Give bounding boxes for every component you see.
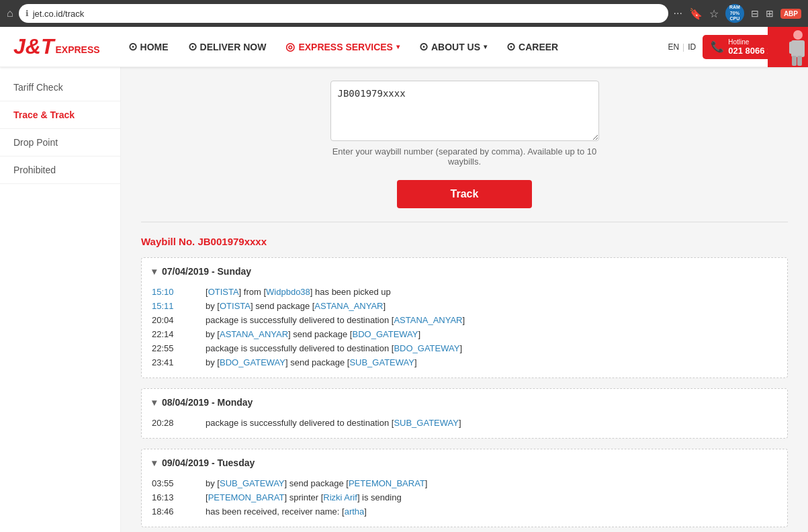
logo-jt: J&T xyxy=(13,34,54,59)
group-date-2: 08/04/2019 - Monday xyxy=(162,397,253,408)
group-date-1: 07/04/2019 - Sunday xyxy=(162,266,251,277)
table-row: 22:14 by [ASTANA_ANYAR] send package [BD… xyxy=(152,327,777,341)
table-row: 20:28 package is successfully delivered … xyxy=(152,416,777,430)
nav-about[interactable]: ⊙ ABOUT US ▾ xyxy=(411,35,495,58)
svg-rect-4 xyxy=(799,42,803,54)
svg-point-1 xyxy=(793,30,803,40)
browser-chrome: ⌂ ℹ jet.co.id/track ··· 🔖 ☆ RAM 70%CPU ⊟… xyxy=(0,0,808,27)
group-header-1[interactable]: ▾ 07/04/2019 - Sunday xyxy=(142,258,787,285)
navbar: J&T EXPRESS ⊙ HOME ⊙ DELIVER NOW ◎ EXPRE… xyxy=(0,27,808,67)
event-desc: has been received, receiver name: [artha… xyxy=(192,506,777,517)
event-desc: package is successfully delivered to des… xyxy=(192,315,777,325)
group-header-3[interactable]: ▾ 09/04/2019 - Tuesday xyxy=(142,449,787,476)
main-wrapper: Tariff Check Trace & Track Drop Point Pr… xyxy=(0,67,808,532)
event-desc: package is successfully delivered to des… xyxy=(192,418,777,428)
group-content-3: 03:55 by [SUB_GATEWAY] send package [PET… xyxy=(142,476,787,527)
browser-dots[interactable]: ··· xyxy=(674,7,682,19)
group-header-2[interactable]: ▾ 08/04/2019 - Monday xyxy=(142,389,787,416)
group-content-2: 20:28 package is successfully delivered … xyxy=(142,416,787,438)
nav-career[interactable]: ⊙ CAREER xyxy=(498,35,566,58)
address-bar[interactable]: ℹ jet.co.id/track xyxy=(19,4,668,23)
tracking-group-3: ▾ 09/04/2019 - Tuesday 03:55 by [SUB_GAT… xyxy=(141,449,788,527)
event-time: 22:55 xyxy=(152,343,192,353)
event-time: 20:04 xyxy=(152,315,192,325)
track-hint: Enter your waybill number (separated by … xyxy=(330,146,599,167)
deliver-label: DELIVER NOW xyxy=(200,42,267,52)
table-row: 23:41 by [BDO_GATEWAY] send package [SUB… xyxy=(152,355,777,369)
event-desc: by [OTISTA] send package [ASTANA_ANYAR] xyxy=(192,301,777,311)
sidebar-item-trace[interactable]: Trace & Track xyxy=(0,101,120,129)
event-time: 18:46 xyxy=(152,506,192,517)
tracking-group-1: ▾ 07/04/2019 - Sunday 15:10 [OTISTA] fro… xyxy=(141,257,788,378)
group-content-1: 15:10 [OTISTA] from [Widpbdo38] has been… xyxy=(142,285,787,378)
event-time: 16:13 xyxy=(152,492,192,502)
chevron-3-icon: ▾ xyxy=(152,457,156,468)
nav-links: ⊙ HOME ⊙ DELIVER NOW ◎ EXPRESS SERVICES … xyxy=(120,35,668,58)
event-desc: [OTISTA] from [Widpbdo38] has been picke… xyxy=(192,287,777,297)
abp-badge: ABP xyxy=(780,9,801,19)
svg-rect-5 xyxy=(792,56,797,66)
info-icon: ℹ xyxy=(26,9,29,18)
event-desc: [PETEMON_BARAT] sprinter [Rizki Arif] is… xyxy=(192,492,777,502)
courier-image xyxy=(768,27,808,67)
chevron-down-icon: ▾ xyxy=(396,43,400,50)
table-row: 16:13 [PETEMON_BARAT] sprinter [Rizki Ar… xyxy=(152,490,777,504)
group-date-3: 09/04/2019 - Tuesday xyxy=(162,457,255,468)
sidebar-trace-label: Trace & Track xyxy=(13,109,75,120)
table-row: 15:11 by [OTISTA] send package [ASTANA_A… xyxy=(152,299,777,313)
event-time: 22:14 xyxy=(152,329,192,339)
nav-deliver[interactable]: ⊙ DELIVER NOW xyxy=(180,35,275,58)
home-label: HOME xyxy=(140,42,169,52)
nav-home[interactable]: ⊙ HOME xyxy=(120,35,177,58)
track-form: JB001979xxxx Enter your waybill number (… xyxy=(141,81,788,208)
about-label: ABOUT US xyxy=(431,42,480,52)
nav-express[interactable]: ◎ EXPRESS SERVICES ▾ xyxy=(277,35,408,58)
sidebar-drop-label: Drop Point xyxy=(13,137,58,148)
career-label: CAREER xyxy=(519,42,558,52)
event-desc: by [ASTANA_ANYAR] send package [BDO_GATE… xyxy=(192,329,777,339)
chevron-2-icon: ▾ xyxy=(152,397,156,408)
waybill-input[interactable]: JB001979xxxx xyxy=(330,81,599,141)
sidebar-item-tariff[interactable]: Tariff Check xyxy=(0,74,120,101)
star-icon[interactable]: ☆ xyxy=(709,7,719,20)
express-label: EXPRESS SERVICES xyxy=(298,42,393,52)
browser-right-controls: ··· 🔖 ☆ RAM 70%CPU ⊟ ⊞ ABP xyxy=(674,4,801,23)
sidebar: Tariff Check Trace & Track Drop Point Pr… xyxy=(0,67,121,532)
table-row: 18:46 has been received, receiver name: … xyxy=(152,504,777,519)
event-desc: by [BDO_GATEWAY] send package [SUB_GATEW… xyxy=(192,357,777,367)
logo[interactable]: J&T EXPRESS xyxy=(13,34,100,59)
table-row: 20:04 package is successfully delivered … xyxy=(152,313,777,327)
lang-bar: EN | ID xyxy=(668,42,696,52)
table-row: 22:55 package is successfully delivered … xyxy=(152,341,777,355)
lang-id[interactable]: ID xyxy=(688,42,696,52)
sidebar-prohibited-label: Prohibited xyxy=(13,165,56,175)
sidebar-item-prohibited[interactable]: Prohibited xyxy=(0,157,120,184)
svg-rect-6 xyxy=(797,56,802,66)
chevron-1-icon: ▾ xyxy=(152,266,156,277)
content-area: JB001979xxxx Enter your waybill number (… xyxy=(121,67,808,532)
tracking-group-2: ▾ 08/04/2019 - Monday 20:28 package is s… xyxy=(141,388,788,439)
career-icon: ⊙ xyxy=(506,40,515,53)
divider-line xyxy=(141,222,788,222)
waybill-result-title: Waybill No. JB001979xxxx xyxy=(141,236,788,247)
event-desc: package is successfully delivered to des… xyxy=(192,343,777,353)
tabs-icon[interactable]: ⊟ xyxy=(751,8,759,19)
grid-icon[interactable]: ⊞ xyxy=(766,8,774,19)
track-button[interactable]: Track xyxy=(397,180,533,208)
lang-divider: | xyxy=(682,42,684,52)
lang-en[interactable]: EN xyxy=(668,42,679,52)
express-icon: ◎ xyxy=(285,40,295,53)
ram-cpu-badge: RAM 70%CPU xyxy=(725,4,744,23)
event-desc: by [SUB_GATEWAY] send package [PETEMON_B… xyxy=(192,478,777,488)
sidebar-item-drop[interactable]: Drop Point xyxy=(0,129,120,157)
deliver-icon: ⊙ xyxy=(188,40,197,53)
event-time: 15:10 xyxy=(152,287,192,297)
table-row: 15:10 [OTISTA] from [Widpbdo38] has been… xyxy=(152,285,777,299)
bookmark-icon[interactable]: 🔖 xyxy=(689,7,703,20)
svg-rect-3 xyxy=(789,42,793,54)
event-time: 20:28 xyxy=(152,418,192,428)
about-icon: ⊙ xyxy=(419,40,428,53)
home-icon[interactable]: ⌂ xyxy=(7,7,13,19)
event-time: 23:41 xyxy=(152,357,192,367)
event-time: 15:11 xyxy=(152,301,192,311)
